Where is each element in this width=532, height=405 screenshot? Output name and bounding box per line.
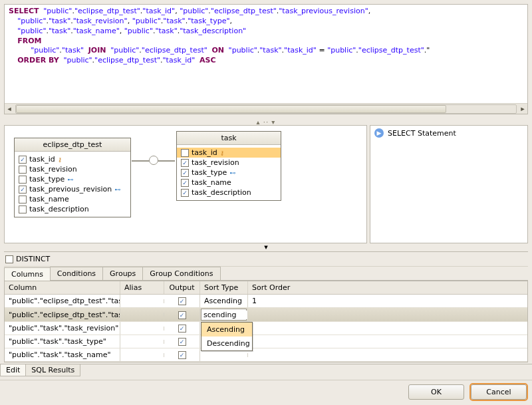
sort-type-dropdown[interactable]: ▼: [201, 309, 247, 321]
sql-token: "public": [229, 46, 257, 55]
column-checkbox[interactable]: [181, 179, 189, 187]
alias-cell[interactable]: [120, 353, 164, 357]
join-node-icon[interactable]: [149, 156, 158, 165]
output-cell[interactable]: [164, 309, 200, 321]
sort-type-input[interactable]: [201, 311, 248, 319]
table-column[interactable]: task_description: [181, 188, 277, 198]
sort-type-cell[interactable]: Ascending: [200, 295, 248, 307]
table-column[interactable]: task_id ⚷: [19, 154, 126, 164]
cancel-button[interactable]: Cancel: [471, 384, 527, 400]
column-cell[interactable]: "public"."eclipse_dtp_test"."tas: [5, 309, 120, 321]
table-row[interactable]: "public"."task"."task_revision": [5, 322, 527, 335]
table-column[interactable]: task_type ⊷: [181, 168, 277, 178]
column-checkbox[interactable]: [19, 205, 27, 213]
alias-cell[interactable]: [120, 299, 164, 303]
column-checkbox[interactable]: [19, 186, 27, 194]
table-row[interactable]: "public"."eclipse_dtp_test"."tas▼: [5, 308, 527, 322]
table-row[interactable]: "public"."eclipse_dtp_test"."tasAscendin…: [5, 295, 527, 308]
column-cell[interactable]: "public"."eclipse_dtp_test"."tas: [5, 295, 120, 307]
sql-keyword: ON: [211, 46, 224, 55]
sort-type-cell[interactable]: [200, 353, 248, 357]
column-checkbox[interactable]: [19, 156, 27, 164]
vertical-splitter[interactable]: ▴ ·· ▾: [4, 118, 528, 125]
sql-keyword: SELECT: [9, 7, 39, 15]
output-checkbox[interactable]: [178, 311, 186, 319]
dropdown-option[interactable]: Ascending: [201, 323, 252, 337]
horizontal-splitter[interactable]: ▾: [4, 243, 528, 250]
table-column[interactable]: task_id ⚷: [177, 148, 281, 158]
dropdown-option[interactable]: Descending: [201, 337, 252, 350]
sort-order-cell[interactable]: [248, 353, 527, 357]
column-checkbox[interactable]: [181, 189, 189, 197]
sort-type-cell[interactable]: ▼: [200, 308, 248, 321]
column-checkbox[interactable]: [181, 169, 189, 177]
table-column[interactable]: task_revision: [181, 158, 277, 168]
output-cell[interactable]: [164, 322, 200, 335]
table-row[interactable]: "public"."task"."task_type": [5, 335, 527, 348]
sql-editor[interactable]: SELECT "public"."eclipse_dtp_test"."task…: [4, 4, 528, 114]
output-checkbox[interactable]: [178, 351, 186, 359]
tab-conditions[interactable]: Conditions: [50, 267, 103, 280]
sort-order-cell[interactable]: 1: [248, 295, 527, 307]
grid-header-cell[interactable]: Sort Type: [200, 281, 248, 294]
column-checkbox[interactable]: [19, 196, 27, 203]
column-checkbox[interactable]: [19, 176, 27, 184]
table-column[interactable]: task_description: [19, 204, 126, 214]
output-checkbox[interactable]: [178, 325, 186, 333]
table-column[interactable]: task_type ⊷: [19, 174, 126, 184]
table-column[interactable]: task_name: [181, 178, 277, 188]
distinct-checkbox[interactable]: [5, 255, 13, 263]
column-cell[interactable]: "public"."task"."task_type": [5, 335, 120, 348]
output-cell[interactable]: [164, 335, 200, 348]
table-row[interactable]: "public"."task"."task_name": [5, 348, 527, 362]
tab-group-conditions[interactable]: Group Conditions: [142, 267, 220, 280]
sql-token: "task_description": [180, 27, 246, 35]
outline-pane[interactable]: ▶ SELECT Statement: [370, 125, 528, 243]
alias-cell[interactable]: [120, 313, 164, 317]
foreign-key-icon: ⊷: [229, 170, 235, 176]
alias-cell[interactable]: [120, 327, 164, 331]
sort-order-cell[interactable]: [248, 313, 527, 317]
outline-root[interactable]: SELECT Statement: [388, 129, 456, 138]
scroll-right-arrow-icon[interactable]: ▸: [518, 104, 527, 114]
output-checkbox[interactable]: [178, 297, 186, 305]
ok-button[interactable]: OK: [408, 384, 464, 400]
sql-text-area[interactable]: SELECT "public"."eclipse_dtp_test"."task…: [5, 5, 527, 103]
output-cell[interactable]: [164, 295, 200, 307]
sql-token: "public": [124, 27, 153, 35]
grid-header-cell[interactable]: Sort Order: [248, 281, 527, 294]
alias-cell[interactable]: [120, 340, 164, 344]
diagram-pane[interactable]: eclipse_dtp_test task_id ⚷task_revisiont…: [4, 125, 367, 243]
scroll-left-arrow-icon[interactable]: ◂: [5, 104, 14, 114]
tab-groups[interactable]: Groups: [102, 267, 143, 280]
grid-header-cell[interactable]: Output: [164, 281, 200, 294]
table-task[interactable]: task task_id ⚷task_revisiontask_type ⊷ta…: [176, 131, 281, 201]
output-cell[interactable]: [164, 348, 200, 361]
column-checkbox[interactable]: [181, 149, 189, 157]
sql-token: .": [424, 46, 430, 55]
grid-header-cell[interactable]: Alias: [120, 281, 164, 294]
column-cell[interactable]: "public"."task"."task_name": [5, 348, 120, 361]
sort-type-dropdown-list[interactable]: AscendingDescending: [201, 322, 253, 351]
sql-horizontal-scrollbar[interactable]: ◂ ▸: [5, 103, 527, 114]
tab-sql-results[interactable]: SQL Results: [25, 364, 80, 376]
column-checkbox[interactable]: [19, 166, 27, 174]
columns-grid[interactable]: ColumnAliasOutputSort TypeSort Order "pu…: [4, 281, 528, 362]
tab-columns[interactable]: Columns: [4, 267, 51, 281]
column-checkbox[interactable]: [181, 159, 189, 167]
sort-order-cell[interactable]: [248, 340, 527, 344]
sort-order-cell[interactable]: [248, 327, 527, 331]
output-checkbox[interactable]: [178, 338, 186, 346]
table-column[interactable]: task_revision: [19, 164, 126, 174]
query-tabs: ColumnsConditionsGroupsGroup Conditions: [4, 267, 528, 281]
tab-edit[interactable]: Edit: [0, 364, 26, 376]
scroll-thumb[interactable]: [16, 105, 446, 113]
sql-token: "public": [17, 27, 46, 35]
table-column[interactable]: task_previous_revision ⊷: [19, 184, 126, 194]
table-eclipse-dtp-test[interactable]: eclipse_dtp_test task_id ⚷task_revisiont…: [14, 138, 131, 217]
scroll-track[interactable]: [15, 104, 517, 114]
column-cell[interactable]: "public"."task"."task_revision": [5, 322, 120, 335]
grid-header-cell[interactable]: Column: [5, 281, 120, 294]
sql-token: "task": [259, 46, 281, 55]
table-column[interactable]: task_name: [19, 194, 126, 204]
